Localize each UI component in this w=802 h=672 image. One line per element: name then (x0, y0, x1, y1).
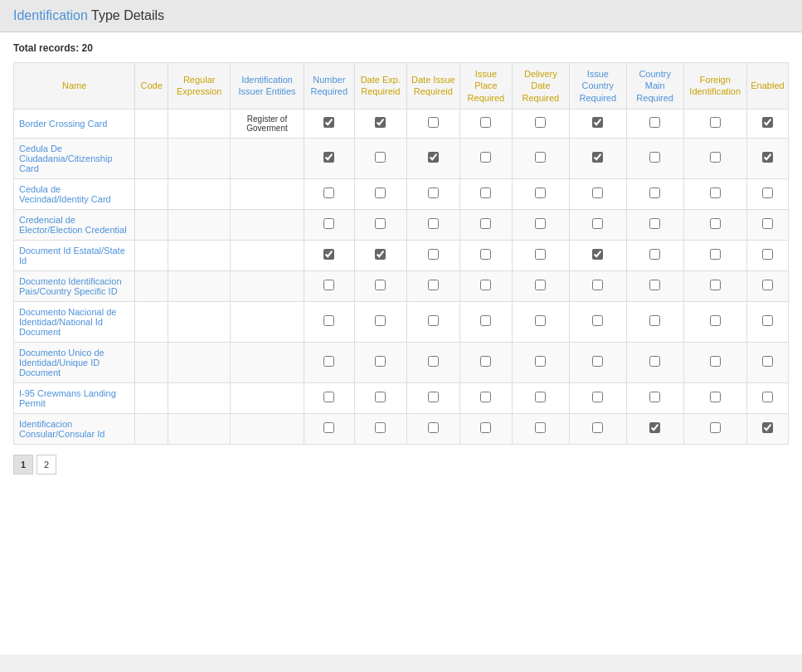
checkbox-issue-place-required[interactable] (480, 392, 491, 402)
checkbox-date-issue-required[interactable] (428, 152, 439, 163)
row-enabled[interactable] (746, 342, 788, 382)
checkbox-country-main-required[interactable] (649, 117, 660, 128)
row-delivery-date-required[interactable] (513, 209, 570, 240)
checkbox-enabled[interactable] (762, 392, 773, 402)
checkbox-date-issue-required[interactable] (428, 117, 439, 128)
checkbox-issue-place-required[interactable] (480, 356, 491, 367)
row-number-required[interactable] (304, 109, 354, 138)
checkbox-country-main-required[interactable] (649, 315, 660, 326)
row-foreign-identification[interactable] (683, 109, 746, 138)
row-name[interactable]: Documento Nacional de Identidad/National… (14, 301, 135, 342)
checkbox-delivery-date-required[interactable] (535, 187, 546, 198)
row-issue-country-required[interactable] (569, 382, 626, 413)
checkbox-enabled[interactable] (762, 249, 773, 260)
row-name[interactable]: Credencial de Elector/Election Credentia… (14, 209, 135, 240)
row-issue-place-required[interactable] (459, 178, 512, 209)
row-name[interactable]: Document Id Estatal/State Id (14, 240, 135, 270)
checkbox-enabled[interactable] (762, 356, 773, 367)
row-country-main-required[interactable] (626, 109, 683, 138)
row-date-issue-required[interactable] (406, 240, 459, 270)
checkbox-delivery-date-required[interactable] (535, 315, 546, 326)
checkbox-issue-country-required[interactable] (592, 280, 603, 290)
row-date-exp-required[interactable] (354, 209, 406, 240)
checkbox-delivery-date-required[interactable] (535, 218, 546, 229)
page-btn-1[interactable]: 1 (13, 455, 33, 475)
row-foreign-identification[interactable] (683, 138, 746, 178)
checkbox-number-required[interactable] (323, 315, 334, 326)
row-delivery-date-required[interactable] (513, 109, 570, 138)
checkbox-delivery-date-required[interactable] (535, 356, 546, 367)
checkbox-delivery-date-required[interactable] (535, 152, 546, 163)
row-enabled[interactable] (746, 413, 788, 444)
checkbox-foreign-identification[interactable] (710, 152, 721, 163)
row-number-required[interactable] (304, 342, 354, 382)
row-date-issue-required[interactable] (406, 301, 459, 342)
checkbox-country-main-required[interactable] (649, 152, 660, 163)
checkbox-date-exp-required[interactable] (375, 280, 386, 290)
row-name[interactable]: Cedula de Vecindad/Identity Card (14, 178, 135, 209)
row-name[interactable]: I-95 Crewmans Landing Permit (14, 382, 135, 413)
row-foreign-identification[interactable] (683, 342, 746, 382)
checkbox-date-exp-required[interactable] (375, 422, 386, 433)
checkbox-date-exp-required[interactable] (375, 249, 386, 260)
checkbox-number-required[interactable] (323, 187, 334, 198)
row-enabled[interactable] (746, 209, 788, 240)
row-country-main-required[interactable] (626, 301, 683, 342)
row-issue-country-required[interactable] (569, 413, 626, 444)
row-number-required[interactable] (304, 270, 354, 301)
checkbox-foreign-identification[interactable] (710, 392, 721, 402)
checkbox-issue-place-required[interactable] (480, 280, 491, 290)
row-delivery-date-required[interactable] (513, 413, 570, 444)
row-country-main-required[interactable] (626, 178, 683, 209)
row-date-issue-required[interactable] (406, 178, 459, 209)
row-issue-place-required[interactable] (459, 138, 512, 178)
checkbox-date-issue-required[interactable] (428, 392, 439, 402)
checkbox-date-issue-required[interactable] (428, 249, 439, 260)
row-date-issue-required[interactable] (406, 138, 459, 178)
checkbox-issue-country-required[interactable] (592, 356, 603, 367)
row-issue-place-required[interactable] (459, 382, 512, 413)
checkbox-number-required[interactable] (323, 152, 334, 163)
checkbox-number-required[interactable] (323, 356, 334, 367)
row-enabled[interactable] (746, 382, 788, 413)
row-issue-place-required[interactable] (459, 413, 512, 444)
row-date-exp-required[interactable] (354, 178, 406, 209)
row-issue-place-required[interactable] (459, 270, 512, 301)
row-name[interactable]: Cedula De Ciudadania/Citizenship Card (14, 138, 135, 178)
row-name[interactable]: Identificacion Consular/Consular Id (14, 413, 135, 444)
checkbox-enabled[interactable] (762, 280, 773, 290)
checkbox-country-main-required[interactable] (649, 218, 660, 229)
row-date-issue-required[interactable] (406, 109, 459, 138)
checkbox-country-main-required[interactable] (649, 422, 660, 433)
checkbox-foreign-identification[interactable] (710, 187, 721, 198)
checkbox-issue-country-required[interactable] (592, 117, 603, 128)
checkbox-date-exp-required[interactable] (375, 187, 386, 198)
row-issue-country-required[interactable] (569, 342, 626, 382)
row-delivery-date-required[interactable] (513, 240, 570, 270)
row-delivery-date-required[interactable] (513, 342, 570, 382)
row-foreign-identification[interactable] (683, 270, 746, 301)
checkbox-issue-country-required[interactable] (592, 392, 603, 402)
checkbox-country-main-required[interactable] (649, 249, 660, 260)
checkbox-issue-country-required[interactable] (592, 218, 603, 229)
checkbox-number-required[interactable] (323, 392, 334, 402)
row-issue-country-required[interactable] (569, 240, 626, 270)
checkbox-date-exp-required[interactable] (375, 315, 386, 326)
row-foreign-identification[interactable] (683, 301, 746, 342)
checkbox-issue-place-required[interactable] (480, 315, 491, 326)
row-delivery-date-required[interactable] (513, 301, 570, 342)
row-delivery-date-required[interactable] (513, 382, 570, 413)
checkbox-foreign-identification[interactable] (710, 422, 721, 433)
checkbox-date-exp-required[interactable] (375, 392, 386, 402)
checkbox-issue-country-required[interactable] (592, 249, 603, 260)
row-date-issue-required[interactable] (406, 342, 459, 382)
checkbox-country-main-required[interactable] (649, 356, 660, 367)
checkbox-enabled[interactable] (762, 422, 773, 433)
row-number-required[interactable] (304, 178, 354, 209)
row-number-required[interactable] (304, 240, 354, 270)
checkbox-date-exp-required[interactable] (375, 218, 386, 229)
checkbox-enabled[interactable] (762, 152, 773, 163)
checkbox-issue-place-required[interactable] (480, 117, 491, 128)
row-issue-country-required[interactable] (569, 270, 626, 301)
row-delivery-date-required[interactable] (513, 178, 570, 209)
